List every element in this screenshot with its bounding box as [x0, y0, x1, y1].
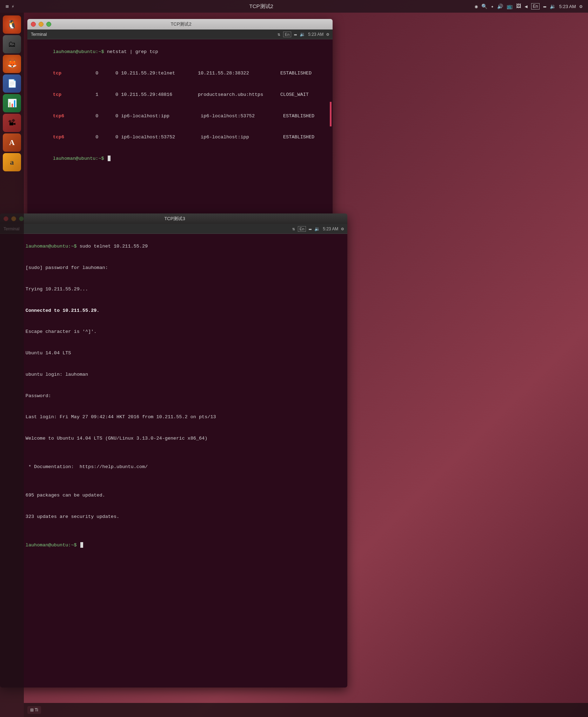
terminal-window-2: TCP测试3 Terminal ⇅ En ▬ 🔉 5:23 AM ⚙ lauho…: [0, 213, 347, 688]
dock-item-font[interactable]: A: [3, 133, 21, 152]
font-manager-icon: A: [9, 138, 15, 147]
cmd-1: netstat | grep tcp: [107, 49, 158, 54]
files-icon: 🗂: [8, 40, 16, 49]
volume-icon[interactable]: 🔊: [497, 4, 503, 9]
term2-line-6: Ubuntu 14.04 LTS: [3, 343, 345, 364]
toolbar-battery-icon-2: ▬: [309, 226, 312, 231]
dock-item-impress[interactable]: 📽: [3, 114, 21, 132]
t2l3: Trying 10.211.55.29...: [26, 287, 88, 292]
plug-icon[interactable]: ⚡: [11, 4, 14, 9]
dock-item-ubuntu[interactable]: 🐧: [3, 15, 21, 34]
term2-line-17: lauhoman@ubuntu:~$: [3, 535, 345, 556]
impress-icon: 📽: [8, 118, 16, 128]
battery-icon: ▬: [543, 4, 546, 9]
tcp-label-2: tcp: [53, 92, 61, 97]
term2-line-12: * Documentation: https://help.ubuntu.com…: [3, 456, 345, 478]
term2-line-2: [sudo] password for lauhoman:: [3, 257, 345, 279]
toolbar-icons-2: ⇅ En ▬ 🔉 5:23 AM ⚙: [292, 226, 344, 232]
titlebar-1: TCP测试2: [27, 19, 333, 29]
term-line-1: lauhoman@ubuntu:~$ netstat | grep tcp: [30, 41, 330, 63]
flag-icon[interactable]: ✦: [491, 4, 494, 9]
calc-icon: 📊: [7, 99, 17, 108]
toolbar-time-2: 5:23 AM: [323, 226, 338, 231]
toolbar-battery-icon: ▬: [294, 32, 297, 37]
term2-line-15: 323 updates are security updates.: [3, 506, 345, 528]
terminal-toolbar-2: Terminal ⇅ En ▬ 🔉 5:23 AM ⚙: [0, 224, 347, 234]
toolbar-settings-icon-1[interactable]: ⚙: [326, 32, 329, 37]
t2l5: Escape character is '^]'.: [26, 329, 97, 334]
red-accent: [330, 102, 332, 126]
terminal-toolbar-1: Terminal ⇅ En ▬ 🔉 5:23 AM ⚙: [27, 29, 333, 39]
term2-line-16: [3, 527, 345, 534]
toolbar-kb-indicator[interactable]: En: [283, 32, 291, 37]
t2l6: Ubuntu 14.04 LTS: [26, 350, 71, 356]
term2-line-1: lauhoman@ubuntu:~$ sudo telnet 10.211.55…: [3, 236, 345, 257]
toolbar-label-1: Terminal: [31, 32, 47, 37]
speaker-icon[interactable]: 🔉: [550, 4, 556, 9]
settings-icon[interactable]: ⚙: [580, 4, 582, 9]
amazon-icon: a: [10, 158, 14, 167]
term-line-2: tcp 0 0 10.211.55.29:telnet 10.211.55.28…: [30, 63, 330, 84]
term2-line-5: Escape character is '^]'.: [3, 321, 345, 343]
image-icon[interactable]: 🖼: [516, 4, 521, 9]
cmd2-1: sudo telnet 10.211.55.29: [80, 244, 148, 249]
dock-item-writer[interactable]: 📄: [3, 74, 21, 93]
t2l14: 695 packages can be updated.: [26, 493, 105, 498]
camera-icon[interactable]: ◉: [475, 4, 477, 9]
cursor-1: [108, 156, 111, 161]
firefox-icon: 🦊: [7, 59, 17, 69]
term-line-3: tcp 1 0 10.211.55.29:48816 productsearch…: [30, 84, 330, 106]
sidebar-dock: 🐧 🗂 🦊 📄 📊 📽 A a: [0, 13, 24, 717]
menubar-right: ◉ 🔍 ✦ 🔊 📺 🖼 ◀ En ▬ 🔉 5:23 AM ⚙: [475, 3, 582, 9]
menubar-left: ⊞ ⚡: [6, 4, 48, 9]
toolbar-arrows-icon-2[interactable]: ⇅: [292, 226, 295, 232]
tcp-data-1: 0 0 10.211.55.29:telnet 10.211.55.28:383…: [61, 71, 312, 76]
monitor-icon[interactable]: 📺: [507, 4, 513, 9]
window-title-2: TCP测试3: [6, 216, 344, 222]
term2-line-9: Last login: Fri May 27 09:42:44 HKT 2016…: [3, 407, 345, 428]
taskbar-item-ti[interactable]: ⊞ Ti: [27, 706, 41, 714]
toolbar-arrows-icon[interactable]: ⇅: [278, 32, 280, 37]
term-line-5: tcp6 0 0 ip6-localhost:53752 ip6-localho…: [30, 127, 330, 148]
prompt2-1: lauhoman@ubuntu:~$: [26, 244, 80, 249]
bottom-taskbar: ⊞ Ti: [24, 703, 588, 717]
t2l12: * Documentation: https://help.ubuntu.com…: [26, 464, 148, 469]
terminal-window-1: TCP测试2 Terminal ⇅ En ▬ 🔉 5:23 AM ⚙ lauho…: [27, 19, 333, 219]
toolbar-vol-icon-2[interactable]: 🔉: [314, 226, 320, 232]
dock-item-files[interactable]: 🗂: [3, 35, 21, 53]
grid-icon[interactable]: ⊞: [6, 4, 8, 9]
term2-line-10: Welcome to Ubuntu 14.04 LTS (GNU/Linux 3…: [3, 428, 345, 449]
terminal-body-2[interactable]: lauhoman@ubuntu:~$ sudo telnet 10.211.55…: [0, 234, 347, 688]
terminal-body-1[interactable]: lauhoman@ubuntu:~$ netstat | grep tcp tc…: [27, 39, 333, 219]
window-title-1: TCP测试2: [33, 21, 329, 27]
zoom-icon[interactable]: 🔍: [481, 4, 487, 9]
titlebar-2: TCP测试3: [0, 213, 347, 224]
prompt2-end: lauhoman@ubuntu:~$: [26, 542, 80, 548]
term-line-4: tcp6 0 0 ip6-localhost:ipp ip6-localhost…: [30, 105, 330, 127]
writer-icon: 📄: [7, 79, 17, 88]
t2l4: Connected to 10.211.55.29.: [26, 308, 100, 313]
tcp-label-1: tcp: [53, 71, 61, 76]
term2-line-13: [3, 478, 345, 485]
term2-line-7: ubuntu login: lauhoman: [3, 364, 345, 386]
back-icon[interactable]: ◀: [524, 4, 527, 9]
toolbar-icons-1: ⇅ En ▬ 🔉 5:23 AM ⚙: [278, 32, 329, 37]
toolbar-settings-icon-2[interactable]: ⚙: [341, 226, 344, 232]
kb-layout[interactable]: En: [531, 3, 540, 9]
t2l15: 323 updates are security updates.: [26, 514, 119, 519]
t2l8: Password:: [26, 393, 51, 399]
toolbar-time-1: 5:23 AM: [308, 32, 323, 37]
dock-item-amazon[interactable]: a: [3, 153, 21, 171]
t2l10: Welcome to Ubuntu 14.04 LTS (GNU/Linux 3…: [26, 436, 207, 441]
menubar-title: TCP测试2: [48, 3, 475, 10]
toolbar-vol-icon[interactable]: 🔉: [300, 32, 305, 37]
term2-line-11: [3, 449, 345, 456]
ubuntu-logo-icon: 🐧: [7, 20, 17, 30]
cursor-2: [80, 542, 83, 548]
tcp-data-2: 1 0 10.211.55.29:48816 productsearch.ubu…: [61, 92, 309, 97]
toolbar-kb-indicator-2[interactable]: En: [298, 226, 306, 232]
clock: 5:23 AM: [559, 4, 576, 9]
dock-item-calc[interactable]: 📊: [3, 94, 21, 112]
term-line-6: lauhoman@ubuntu:~$: [30, 148, 330, 170]
dock-item-firefox[interactable]: 🦊: [3, 55, 21, 73]
